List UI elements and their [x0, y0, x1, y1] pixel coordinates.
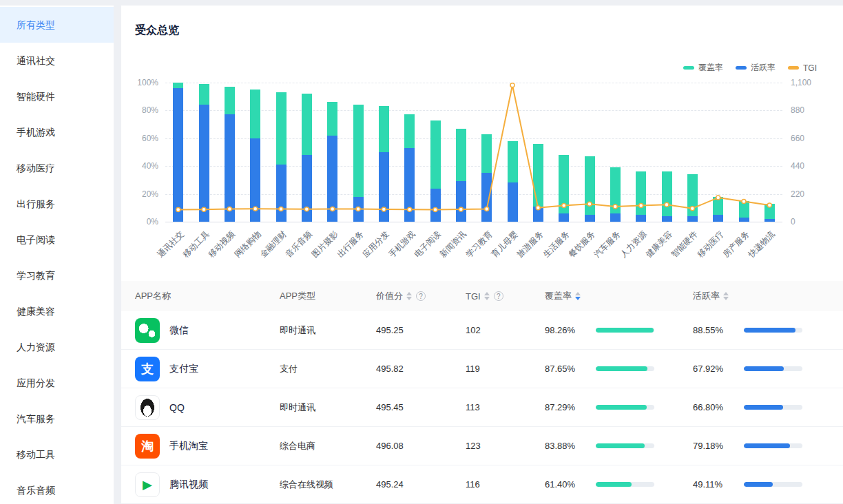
tgi-point	[485, 207, 489, 211]
y-axis-label-right: 1,100	[791, 78, 811, 87]
tgi-point	[510, 83, 514, 87]
x-axis-label: 电子阅读	[412, 229, 444, 260]
coverage-value: 83.88%	[545, 441, 589, 451]
tgi-point	[690, 207, 694, 211]
column-header-tgi[interactable]: TGI?	[466, 291, 545, 302]
x-axis-label: 生活服务	[541, 229, 572, 260]
app-type-cell: 综合电商	[280, 440, 376, 452]
sidebar-item[interactable]: 人力资源	[0, 329, 114, 365]
value-score-cell: 495.45	[376, 402, 466, 412]
column-header-act[interactable]: 活跃率	[693, 290, 829, 302]
sidebar-item[interactable]: 手机游戏	[0, 114, 114, 150]
app-name-cell: QQ	[135, 395, 280, 420]
activity-bar-fill	[744, 482, 773, 487]
coverage-value: 98.26%	[545, 325, 589, 335]
coverage-value: 87.29%	[545, 402, 589, 412]
sidebar-item[interactable]: 汽车服务	[0, 401, 114, 437]
x-axis-label: 金融理财	[258, 229, 289, 260]
activity-bar	[744, 443, 802, 448]
chart-plot: 0%020%22040%44060%66080%880100%1,100通讯社交…	[165, 83, 782, 222]
coverage-bar-fill	[596, 482, 632, 487]
sidebar-item[interactable]: 学习教育	[0, 258, 114, 293]
sidebar-item[interactable]: 出行服务	[0, 186, 114, 222]
column-label: TGI	[466, 291, 481, 302]
sort-desc-icon[interactable]	[575, 297, 581, 300]
tgi-cell: 113	[466, 402, 545, 412]
sidebar-item[interactable]: 移动医疗	[0, 150, 114, 186]
activity-bar	[744, 328, 802, 333]
coverage-cell: 87.29%	[545, 402, 693, 412]
coverage-bar-fill	[596, 328, 654, 333]
x-axis-label: 移动工具	[180, 229, 212, 260]
sidebar-item[interactable]: 健康美容	[0, 293, 114, 329]
sort-carets[interactable]	[723, 292, 729, 300]
sort-desc-icon[interactable]	[406, 297, 412, 300]
sort-asc-icon[interactable]	[406, 292, 412, 295]
sort-desc-icon[interactable]	[723, 297, 729, 300]
column-header-name: APP名称	[135, 290, 280, 302]
help-icon[interactable]: ?	[494, 291, 503, 301]
table-row: 微信即时通讯495.2510298.26%88.55%	[121, 311, 843, 350]
legend-item[interactable]: 覆盖率	[683, 62, 723, 74]
x-axis-label: 新闻资讯	[437, 229, 469, 260]
tgi-point	[613, 204, 617, 209]
sort-carets[interactable]	[484, 292, 490, 300]
legend-item[interactable]: 活跃率	[736, 62, 776, 74]
activity-bar-fill	[744, 328, 795, 333]
sidebar-item[interactable]: 应用分发	[0, 365, 114, 401]
qq-icon	[135, 395, 160, 420]
x-axis-label: 手机游戏	[386, 229, 418, 260]
column-header-cov[interactable]: 覆盖率	[545, 290, 693, 302]
legend-marker	[736, 66, 747, 70]
activity-cell: 79.18%	[693, 441, 829, 451]
tgi-point	[331, 207, 335, 211]
x-axis-label: 快递物流	[746, 229, 778, 260]
x-axis-label: 移动视频	[206, 229, 238, 260]
help-icon[interactable]: ?	[416, 291, 426, 301]
app-type-cell: 综合在线视频	[280, 479, 376, 491]
activity-cell: 88.55%	[693, 325, 829, 335]
tgi-point	[408, 207, 412, 211]
table-header: APP名称APP类型价值分?TGI?覆盖率活跃率	[121, 281, 843, 311]
y-axis-label-left: 40%	[142, 161, 158, 171]
x-axis-label: 音乐音频	[283, 229, 315, 260]
activity-bar	[744, 405, 802, 410]
x-axis-label: 移动医疗	[695, 229, 727, 260]
x-axis-label: 图片摄影	[309, 229, 341, 260]
sort-asc-icon[interactable]	[484, 292, 490, 295]
activity-value: 79.18%	[693, 441, 737, 451]
sidebar-item[interactable]: 电子阅读	[0, 222, 114, 258]
app-type-cell: 支付	[280, 363, 376, 375]
coverage-bar-fill	[596, 443, 645, 448]
sort-carets[interactable]	[406, 292, 412, 300]
column-header-value[interactable]: 价值分?	[376, 290, 466, 302]
value-score-cell: 495.82	[376, 364, 466, 374]
legend-item[interactable]: TGI	[788, 63, 817, 73]
sort-asc-icon[interactable]	[723, 292, 729, 295]
value-score-cell: 495.25	[376, 325, 466, 335]
tgi-point	[202, 207, 206, 211]
sidebar: 所有类型通讯社交智能硬件手机游戏移动医疗出行服务电子阅读学习教育健康美容人力资源…	[0, 6, 114, 504]
coverage-bar	[596, 328, 654, 333]
tgi-point	[459, 207, 463, 211]
coverage-bar	[596, 443, 654, 448]
x-axis-label: 旅游服务	[514, 229, 546, 260]
tgi-point	[767, 203, 771, 207]
y-axis-label-left: 0%	[147, 217, 158, 227]
sort-desc-icon[interactable]	[484, 297, 490, 300]
sidebar-item[interactable]: 智能硬件	[0, 78, 114, 114]
sidebar-item[interactable]: 通讯社交	[0, 43, 114, 78]
x-axis-label: 网络购物	[232, 229, 264, 260]
legend-label: TGI	[803, 63, 817, 73]
activity-cell: 67.92%	[693, 364, 829, 374]
sidebar-item[interactable]: 音乐音频	[0, 472, 114, 504]
sort-carets[interactable]	[575, 292, 581, 300]
table-row: ▶腾讯视频综合在线视频495.2411661.40%49.11%	[121, 465, 843, 504]
sort-asc-icon[interactable]	[575, 292, 581, 295]
column-label: APP类型	[280, 290, 315, 302]
tencent-video-icon: ▶	[135, 472, 160, 497]
sidebar-item[interactable]: 所有类型	[0, 7, 114, 43]
app-name-cell: 淘手机淘宝	[135, 434, 280, 459]
x-axis-label: 通讯社交	[155, 229, 187, 260]
sidebar-item[interactable]: 移动工具	[0, 437, 114, 472]
